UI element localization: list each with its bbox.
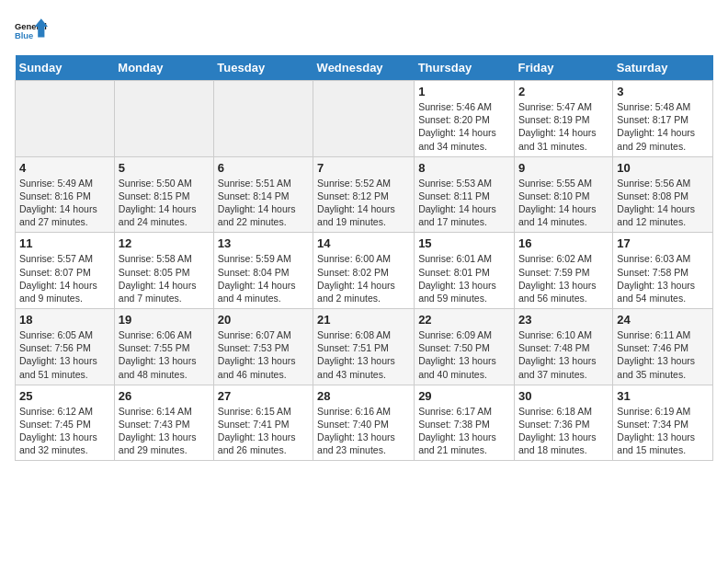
calendar-cell: 24Sunrise: 6:11 AM Sunset: 7:46 PM Dayli… <box>613 309 713 385</box>
calendar-cell <box>213 81 313 157</box>
day-info: Sunrise: 6:09 AM Sunset: 7:50 PM Dayligh… <box>418 328 510 381</box>
day-number: 22 <box>418 313 510 327</box>
day-info: Sunrise: 5:55 AM Sunset: 8:10 PM Dayligh… <box>518 177 609 229</box>
calendar-header: SundayMondayTuesdayWednesdayThursdayFrid… <box>16 55 713 81</box>
calendar-table: SundayMondayTuesdayWednesdayThursdayFrid… <box>15 55 713 461</box>
day-number: 2 <box>518 85 609 98</box>
calendar-cell: 1Sunrise: 5:46 AM Sunset: 8:20 PM Daylig… <box>415 81 515 157</box>
day-info: Sunrise: 5:48 AM Sunset: 8:17 PM Dayligh… <box>617 100 709 153</box>
header-day-sunday: Sunday <box>16 55 115 81</box>
day-number: 16 <box>518 236 609 250</box>
day-info: Sunrise: 6:10 AM Sunset: 7:48 PM Dayligh… <box>518 328 609 381</box>
calendar-cell: 29Sunrise: 6:17 AM Sunset: 7:38 PM Dayli… <box>415 385 515 461</box>
calendar-cell: 6Sunrise: 5:51 AM Sunset: 8:14 PM Daylig… <box>213 156 313 233</box>
day-number: 17 <box>617 236 709 250</box>
day-number: 14 <box>317 236 410 250</box>
calendar-cell: 2Sunrise: 5:47 AM Sunset: 8:19 PM Daylig… <box>514 81 612 157</box>
day-info: Sunrise: 5:46 AM Sunset: 8:20 PM Dayligh… <box>418 100 510 153</box>
calendar-cell: 10Sunrise: 5:56 AM Sunset: 8:08 PM Dayli… <box>613 156 713 233</box>
day-info: Sunrise: 5:47 AM Sunset: 8:19 PM Dayligh… <box>518 100 609 153</box>
page-header: GeneralBlue <box>15 15 713 48</box>
calendar-cell: 14Sunrise: 6:00 AM Sunset: 8:02 PM Dayli… <box>313 233 415 309</box>
calendar-cell: 26Sunrise: 6:14 AM Sunset: 7:43 PM Dayli… <box>114 385 213 461</box>
day-info: Sunrise: 6:14 AM Sunset: 7:43 PM Dayligh… <box>119 405 210 457</box>
calendar-cell: 23Sunrise: 6:10 AM Sunset: 7:48 PM Dayli… <box>514 309 612 385</box>
day-number: 11 <box>19 236 110 250</box>
day-number: 15 <box>418 236 510 250</box>
day-number: 30 <box>518 389 609 403</box>
day-info: Sunrise: 6:18 AM Sunset: 7:36 PM Dayligh… <box>518 405 609 457</box>
day-number: 20 <box>218 313 309 327</box>
week-row-4: 25Sunrise: 6:12 AM Sunset: 7:45 PM Dayli… <box>16 385 713 461</box>
day-number: 26 <box>119 389 210 403</box>
day-number: 1 <box>418 85 510 98</box>
calendar-cell: 20Sunrise: 6:07 AM Sunset: 7:53 PM Dayli… <box>213 309 313 385</box>
day-info: Sunrise: 6:16 AM Sunset: 7:40 PM Dayligh… <box>317 405 410 457</box>
day-info: Sunrise: 6:17 AM Sunset: 7:38 PM Dayligh… <box>418 405 510 457</box>
day-info: Sunrise: 5:56 AM Sunset: 8:08 PM Dayligh… <box>617 177 709 229</box>
day-info: Sunrise: 6:02 AM Sunset: 7:59 PM Dayligh… <box>518 252 609 304</box>
calendar-cell: 30Sunrise: 6:18 AM Sunset: 7:36 PM Dayli… <box>514 385 612 461</box>
day-info: Sunrise: 6:06 AM Sunset: 7:55 PM Dayligh… <box>119 328 210 381</box>
calendar-cell: 11Sunrise: 5:57 AM Sunset: 8:07 PM Dayli… <box>16 233 115 309</box>
calendar-cell: 18Sunrise: 6:05 AM Sunset: 7:56 PM Dayli… <box>16 309 115 385</box>
day-number: 10 <box>617 161 709 175</box>
header-day-wednesday: Wednesday <box>313 55 415 81</box>
day-info: Sunrise: 6:05 AM Sunset: 7:56 PM Dayligh… <box>19 328 110 381</box>
day-number: 8 <box>418 161 510 175</box>
calendar-cell: 5Sunrise: 5:50 AM Sunset: 8:15 PM Daylig… <box>114 156 213 233</box>
calendar-cell: 31Sunrise: 6:19 AM Sunset: 7:34 PM Dayli… <box>613 385 713 461</box>
calendar-cell: 16Sunrise: 6:02 AM Sunset: 7:59 PM Dayli… <box>514 233 612 309</box>
header-day-thursday: Thursday <box>415 55 515 81</box>
day-number: 31 <box>617 389 709 403</box>
header-day-friday: Friday <box>514 55 612 81</box>
day-number: 4 <box>19 161 110 175</box>
logo-icon: GeneralBlue <box>15 15 48 48</box>
day-number: 25 <box>19 389 110 403</box>
logo: GeneralBlue <box>15 15 48 48</box>
day-info: Sunrise: 5:52 AM Sunset: 8:12 PM Dayligh… <box>317 177 410 229</box>
week-row-1: 4Sunrise: 5:49 AM Sunset: 8:16 PM Daylig… <box>16 156 713 233</box>
day-number: 18 <box>19 313 110 327</box>
day-info: Sunrise: 5:53 AM Sunset: 8:11 PM Dayligh… <box>418 177 510 229</box>
day-info: Sunrise: 6:07 AM Sunset: 7:53 PM Dayligh… <box>218 328 309 381</box>
calendar-cell: 3Sunrise: 5:48 AM Sunset: 8:17 PM Daylig… <box>613 81 713 157</box>
day-info: Sunrise: 5:59 AM Sunset: 8:04 PM Dayligh… <box>218 252 309 304</box>
day-info: Sunrise: 6:08 AM Sunset: 7:51 PM Dayligh… <box>317 328 410 381</box>
day-info: Sunrise: 6:03 AM Sunset: 7:58 PM Dayligh… <box>617 252 709 304</box>
calendar-cell: 15Sunrise: 6:01 AM Sunset: 8:01 PM Dayli… <box>415 233 515 309</box>
calendar-cell: 28Sunrise: 6:16 AM Sunset: 7:40 PM Dayli… <box>313 385 415 461</box>
header-row: SundayMondayTuesdayWednesdayThursdayFrid… <box>16 55 713 81</box>
header-day-saturday: Saturday <box>613 55 713 81</box>
day-number: 6 <box>218 161 309 175</box>
day-info: Sunrise: 6:01 AM Sunset: 8:01 PM Dayligh… <box>418 252 510 304</box>
day-number: 9 <box>518 161 609 175</box>
day-info: Sunrise: 6:11 AM Sunset: 7:46 PM Dayligh… <box>617 328 709 381</box>
svg-text:Blue: Blue <box>15 31 33 40</box>
calendar-cell: 8Sunrise: 5:53 AM Sunset: 8:11 PM Daylig… <box>415 156 515 233</box>
calendar-cell <box>16 81 115 157</box>
calendar-cell: 4Sunrise: 5:49 AM Sunset: 8:16 PM Daylig… <box>16 156 115 233</box>
calendar-cell: 22Sunrise: 6:09 AM Sunset: 7:50 PM Dayli… <box>415 309 515 385</box>
calendar-cell: 27Sunrise: 6:15 AM Sunset: 7:41 PM Dayli… <box>213 385 313 461</box>
day-number: 28 <box>317 389 410 403</box>
day-number: 19 <box>119 313 210 327</box>
day-info: Sunrise: 6:12 AM Sunset: 7:45 PM Dayligh… <box>19 405 110 457</box>
calendar-cell <box>114 81 213 157</box>
day-number: 13 <box>218 236 309 250</box>
calendar-cell: 19Sunrise: 6:06 AM Sunset: 7:55 PM Dayli… <box>114 309 213 385</box>
day-info: Sunrise: 5:50 AM Sunset: 8:15 PM Dayligh… <box>119 177 210 229</box>
header-day-monday: Monday <box>114 55 213 81</box>
day-number: 7 <box>317 161 410 175</box>
calendar-cell: 25Sunrise: 6:12 AM Sunset: 7:45 PM Dayli… <box>16 385 115 461</box>
day-number: 21 <box>317 313 410 327</box>
calendar-cell: 17Sunrise: 6:03 AM Sunset: 7:58 PM Dayli… <box>613 233 713 309</box>
day-info: Sunrise: 6:15 AM Sunset: 7:41 PM Dayligh… <box>218 405 309 457</box>
day-info: Sunrise: 6:00 AM Sunset: 8:02 PM Dayligh… <box>317 252 410 304</box>
day-number: 29 <box>418 389 510 403</box>
calendar-cell <box>313 81 415 157</box>
day-info: Sunrise: 6:19 AM Sunset: 7:34 PM Dayligh… <box>617 405 709 457</box>
day-number: 23 <box>518 313 609 327</box>
week-row-2: 11Sunrise: 5:57 AM Sunset: 8:07 PM Dayli… <box>16 233 713 309</box>
week-row-3: 18Sunrise: 6:05 AM Sunset: 7:56 PM Dayli… <box>16 309 713 385</box>
